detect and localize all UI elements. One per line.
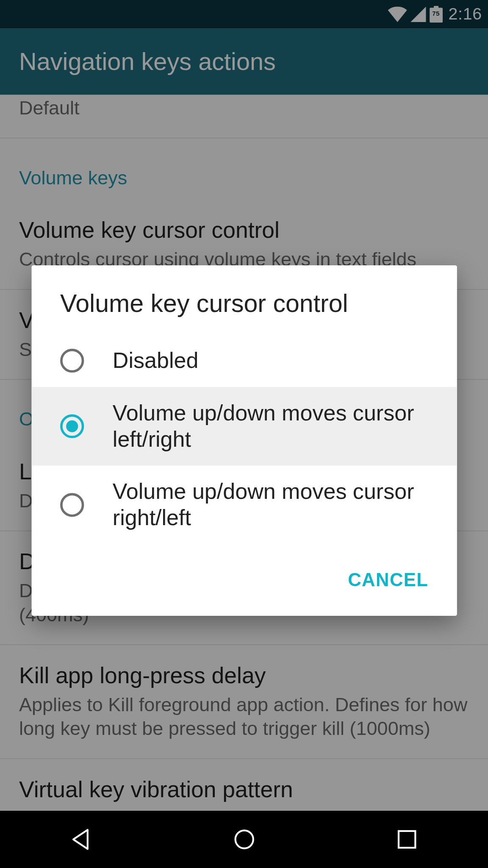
radio-label: Disabled (113, 348, 199, 374)
cancel-button[interactable]: CANCEL (333, 559, 443, 601)
home-circle-icon (232, 827, 256, 851)
recents-button[interactable] (389, 821, 424, 857)
screen: 75 2:16 Navigation keys actions Double-t… (0, 0, 488, 868)
recents-square-icon (396, 829, 418, 850)
back-button[interactable] (64, 821, 99, 857)
radio-option-disabled[interactable]: Disabled (32, 334, 457, 387)
back-triangle-icon (69, 827, 93, 851)
svg-point-2 (235, 830, 253, 848)
navigation-bar (0, 811, 488, 868)
dialog-volume-cursor: Volume key cursor control Disabled Volum… (32, 265, 457, 616)
radio-icon (60, 349, 84, 373)
dialog-actions: CANCEL (32, 544, 457, 616)
svg-rect-3 (398, 831, 415, 848)
radio-option-right-left[interactable]: Volume up/down moves cursor right/left (32, 466, 457, 545)
radio-option-left-right[interactable]: Volume up/down moves cursor left/right (32, 387, 457, 466)
radio-label: Volume up/down moves cursor left/right (113, 400, 428, 453)
dialog-title: Volume key cursor control (32, 265, 457, 334)
home-button[interactable] (226, 821, 262, 857)
radio-label: Volume up/down moves cursor right/left (113, 479, 428, 531)
radio-icon (60, 493, 84, 517)
radio-icon (60, 415, 84, 438)
